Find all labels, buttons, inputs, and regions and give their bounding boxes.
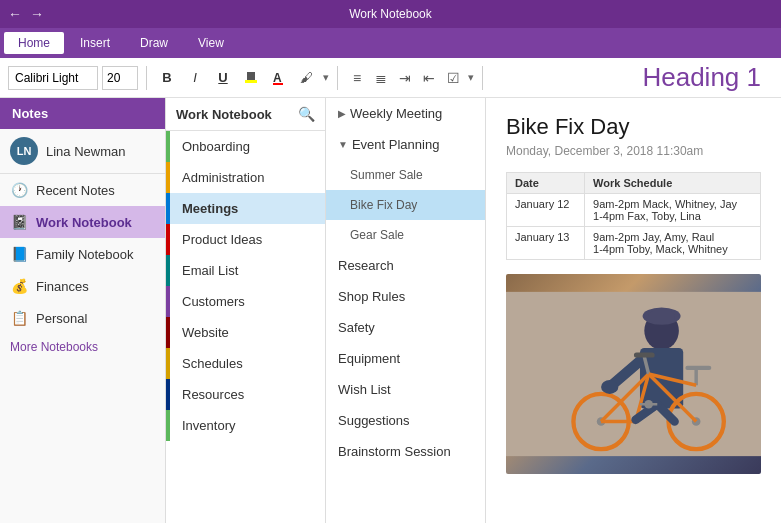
- svg-text:A: A: [273, 71, 282, 85]
- sidebar-item-recent-notes[interactable]: 🕐 Recent Notes: [0, 174, 165, 206]
- table-cell-date-2: January 13: [507, 227, 585, 260]
- font-family-input[interactable]: [8, 66, 98, 90]
- table-row: January 13 9am-2pm Jay, Amy, Raul 1-4pm …: [507, 227, 761, 260]
- format-chevron[interactable]: ▾: [323, 71, 329, 84]
- italic-button[interactable]: I: [183, 66, 207, 90]
- page-brainstorm-session-label: Brainstorm Session: [338, 444, 451, 459]
- finances-icon: 💰: [10, 277, 28, 295]
- menu-tab-home[interactable]: Home: [4, 32, 64, 54]
- page-brainstorm-session[interactable]: Brainstorm Session: [326, 436, 485, 467]
- content-image: [506, 274, 761, 474]
- menu-tab-insert[interactable]: Insert: [66, 32, 124, 54]
- sidebar-item-family-notebook[interactable]: 📘 Family Notebook: [0, 238, 165, 270]
- page-event-planning-label: Event Planning: [352, 137, 439, 152]
- page-equipment-label: Equipment: [338, 351, 400, 366]
- chevron-right-icon: ▶: [338, 108, 346, 119]
- toolbar-separator-3: [482, 66, 483, 90]
- page-suggestions-label: Suggestions: [338, 413, 410, 428]
- toolbar: B I U A 🖌 ▾ ≡ ≣ ⇥ ⇤ ☑ ▾ Heading 1: [0, 58, 781, 98]
- sidebar-header: Notes: [0, 98, 165, 129]
- section-schedules[interactable]: Schedules: [166, 348, 325, 379]
- page-summer-sale[interactable]: Summer Sale: [326, 160, 485, 190]
- page-bike-fix-day-label: Bike Fix Day: [350, 198, 417, 212]
- checkbox-button[interactable]: ☑: [442, 67, 464, 89]
- highlight-button[interactable]: [239, 66, 263, 90]
- notebook-panel: Work Notebook 🔍 Onboarding Administratio…: [166, 98, 326, 523]
- page-weekly-meeting-label: Weekly Meeting: [350, 106, 442, 121]
- notebook-panel-title: Work Notebook: [176, 107, 272, 122]
- font-size-input[interactable]: [102, 66, 138, 90]
- user-name: Lina Newman: [46, 144, 126, 159]
- page-gear-sale-label: Gear Sale: [350, 228, 404, 242]
- section-inventory[interactable]: Inventory: [166, 410, 325, 441]
- page-equipment[interactable]: Equipment: [326, 343, 485, 374]
- svg-rect-20: [634, 352, 655, 357]
- svg-rect-0: [245, 80, 257, 83]
- notebook-panel-header: Work Notebook 🔍: [166, 98, 325, 131]
- page-shop-rules[interactable]: Shop Rules: [326, 281, 485, 312]
- page-content-date: Monday, December 3, 2018 11:30am: [506, 144, 761, 158]
- chevron-down-icon: ▼: [338, 139, 348, 150]
- format-more-button[interactable]: 🖌: [295, 66, 319, 90]
- section-product-ideas[interactable]: Product Ideas: [166, 224, 325, 255]
- underline-button[interactable]: U: [211, 66, 235, 90]
- sidebar-item-work-notebook[interactable]: 📓 Work Notebook: [0, 206, 165, 238]
- bold-button[interactable]: B: [155, 66, 179, 90]
- outdent-button[interactable]: ⇤: [418, 67, 440, 89]
- section-meetings[interactable]: Meetings: [166, 193, 325, 224]
- avatar: LN: [10, 137, 38, 165]
- list-chevron[interactable]: ▾: [468, 71, 474, 84]
- sidebar-user: LN Lina Newman: [0, 129, 165, 174]
- page-safety[interactable]: Safety: [326, 312, 485, 343]
- page-research-label: Research: [338, 258, 394, 273]
- pages-panel: ▶ Weekly Meeting ▼ Event Planning Summer…: [326, 98, 486, 523]
- window-title: Work Notebook: [349, 7, 431, 21]
- schedule-table: Date Work Schedule January 12 9am-2pm Ma…: [506, 172, 761, 260]
- forward-button[interactable]: →: [30, 6, 44, 22]
- section-administration[interactable]: Administration: [166, 162, 325, 193]
- font-color-icon: A: [271, 70, 287, 86]
- table-row: January 12 9am-2pm Mack, Whitney, Jay 1-…: [507, 194, 761, 227]
- numbered-list-button[interactable]: ≣: [370, 67, 392, 89]
- highlight-icon: [243, 70, 259, 86]
- personal-icon: 📋: [10, 309, 28, 327]
- page-wish-list-label: Wish List: [338, 382, 391, 397]
- list-buttons: ≡ ≣ ⇥ ⇤ ☑: [346, 67, 464, 89]
- page-event-planning[interactable]: ▼ Event Planning: [326, 129, 485, 160]
- page-content-title: Bike Fix Day: [506, 114, 761, 140]
- section-customers[interactable]: Customers: [166, 286, 325, 317]
- svg-rect-8: [649, 311, 675, 323]
- sidebar-item-personal-label: Personal: [36, 311, 87, 326]
- indent-button[interactable]: ⇥: [394, 67, 416, 89]
- back-button[interactable]: ←: [8, 6, 22, 22]
- page-bike-fix-day[interactable]: Bike Fix Day: [326, 190, 485, 220]
- font-color-button[interactable]: A: [267, 66, 291, 90]
- page-suggestions[interactable]: Suggestions: [326, 405, 485, 436]
- section-email-list[interactable]: Email List: [166, 255, 325, 286]
- table-header-schedule: Work Schedule: [585, 173, 761, 194]
- main-area: Notes LN Lina Newman 🕐 Recent Notes 📓 Wo…: [0, 98, 781, 523]
- section-resources[interactable]: Resources: [166, 379, 325, 410]
- menu-bar: Home Insert Draw View: [0, 28, 781, 58]
- title-bar: ← → Work Notebook: [0, 0, 781, 28]
- page-safety-label: Safety: [338, 320, 375, 335]
- page-shop-rules-label: Shop Rules: [338, 289, 405, 304]
- more-notebooks-link[interactable]: More Notebooks: [0, 334, 165, 360]
- page-gear-sale[interactable]: Gear Sale: [326, 220, 485, 250]
- toolbar-separator-1: [146, 66, 147, 90]
- sidebar-item-finances-label: Finances: [36, 279, 89, 294]
- page-weekly-meeting[interactable]: ▶ Weekly Meeting: [326, 98, 485, 129]
- page-wish-list[interactable]: Wish List: [326, 374, 485, 405]
- recent-notes-icon: 🕐: [10, 181, 28, 199]
- sidebar-item-personal[interactable]: 📋 Personal: [0, 302, 165, 334]
- menu-tab-draw[interactable]: Draw: [126, 32, 182, 54]
- family-notebook-icon: 📘: [10, 245, 28, 263]
- page-research[interactable]: Research: [326, 250, 485, 281]
- sidebar-item-finances[interactable]: 💰 Finances: [0, 270, 165, 302]
- section-website[interactable]: Website: [166, 317, 325, 348]
- notebook-search-icon[interactable]: 🔍: [298, 106, 315, 122]
- table-header-date: Date: [507, 173, 585, 194]
- bullet-list-button[interactable]: ≡: [346, 67, 368, 89]
- menu-tab-view[interactable]: View: [184, 32, 238, 54]
- section-onboarding[interactable]: Onboarding: [166, 131, 325, 162]
